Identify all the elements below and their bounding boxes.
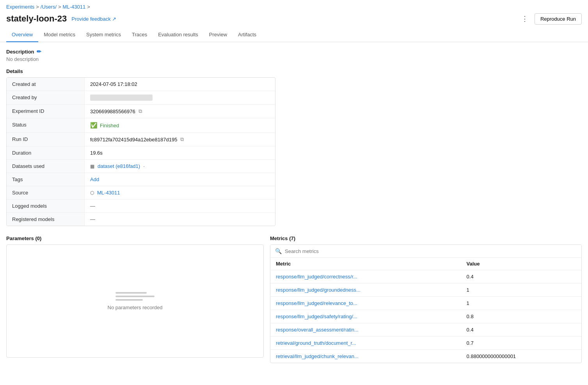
tab-preview[interactable]: Preview xyxy=(204,28,233,42)
header-actions: ⋮ Reproduce Run xyxy=(518,13,582,25)
detail-row-datasets: Datasets used ▦ dataset (e816fad1) · xyxy=(7,160,275,173)
copy-run-id-icon[interactable]: ⧉ xyxy=(180,136,184,143)
registered-models-dash: — xyxy=(90,216,95,222)
add-tag-link[interactable]: Add xyxy=(90,176,99,182)
detail-val-datasets: ▦ dataset (e816fad1) · xyxy=(85,160,275,173)
detail-val-registered-models: — xyxy=(85,213,275,226)
breadcrumb-users[interactable]: /Users/ xyxy=(41,4,57,10)
detail-val-created-at: 2024-07-05 17:18:02 xyxy=(85,78,275,91)
metric-name-cell[interactable]: retrieval/ground_truth/document_r... xyxy=(270,337,461,350)
tab-model-metrics[interactable]: Model metrics xyxy=(38,28,81,42)
metrics-search-bar: 🔍 xyxy=(270,245,581,258)
detail-val-duration: 19.6s xyxy=(85,146,275,159)
table-row: response/llm_judged/safety/rating/...0.8 xyxy=(270,310,581,323)
metric-name-cell[interactable]: response/llm_judged/groundedness... xyxy=(270,283,461,297)
tab-bar: Overview Model metrics System metrics Tr… xyxy=(0,28,588,42)
detail-row-experiment-id: Experiment ID 3206699885566976 ⧉ xyxy=(7,105,275,118)
feedback-link[interactable]: Provide feedback ↗ xyxy=(71,16,116,22)
detail-val-logged-models: — xyxy=(85,200,275,212)
more-options-button[interactable]: ⋮ xyxy=(518,13,531,25)
detail-val-created-by xyxy=(85,91,275,104)
status-check-icon: ✅ xyxy=(90,122,98,129)
external-link-icon: ↗ xyxy=(112,16,116,22)
status-finished: ✅ Finished xyxy=(90,122,119,129)
detail-key-duration: Duration xyxy=(7,146,85,159)
reproduce-run-button[interactable]: Reproduce Run xyxy=(535,13,582,25)
source-icon: ⬡ xyxy=(90,190,94,196)
metric-value-cell: 0.8 xyxy=(461,310,581,323)
status-label: Finished xyxy=(100,123,119,128)
detail-key-registered-models: Registered models xyxy=(7,213,85,226)
detail-key-status: Status xyxy=(7,118,85,132)
icon-line-3 xyxy=(115,299,143,301)
metric-name-cell[interactable]: response/overall_assessment/ratin... xyxy=(270,323,461,337)
overview-content: Description ✏ No description Details Cre… xyxy=(0,48,588,226)
no-params-icon xyxy=(115,292,155,301)
detail-key-logged-models: Logged models xyxy=(7,200,85,212)
col-header-metric: Metric xyxy=(270,258,461,270)
detail-val-experiment-id: 3206699885566976 ⧉ xyxy=(85,105,275,118)
icon-line-2 xyxy=(115,296,155,297)
table-row: response/overall_assessment/ratin...0.4 xyxy=(270,323,581,337)
metric-name-cell[interactable]: response/llm_judged/relevance_to... xyxy=(270,297,461,310)
metric-value-cell: 0.4 xyxy=(461,270,581,283)
table-row: retrieval/ground_truth/document_r...0.7 xyxy=(270,337,581,350)
title-area: stately-loon-23 Provide feedback ↗ xyxy=(6,14,116,24)
redacted-user xyxy=(90,94,153,101)
detail-val-run-id: fc89712fa702415d94a12ebe8187d195 ⧉ xyxy=(85,133,275,146)
metric-value-cell: 1 xyxy=(461,297,581,310)
details-table: Created at 2024-07-05 17:18:02 Created b… xyxy=(6,77,275,226)
breadcrumb-sep1: > xyxy=(36,4,39,10)
detail-key-created-at: Created at xyxy=(7,78,85,91)
table-row: response/llm_judged/correctness/r...0.4 xyxy=(270,270,581,283)
breadcrumb-sep2: > xyxy=(58,4,61,10)
detail-key-run-id: Run ID xyxy=(7,133,85,146)
detail-val-status: ✅ Finished xyxy=(85,118,275,132)
no-params-text: No parameters recorded xyxy=(108,305,163,310)
metrics-box: 🔍 Metric Value response/llm_judged/corre… xyxy=(270,244,582,363)
detail-key-datasets: Datasets used xyxy=(7,160,85,173)
detail-row-logged-models: Logged models — xyxy=(7,200,275,213)
parameters-section: Parameters (0) No parameters recorded xyxy=(6,235,264,363)
detail-row-tags: Tags Add xyxy=(7,173,275,186)
breadcrumb-sep3: > xyxy=(87,4,90,10)
page-header: stately-loon-23 Provide feedback ↗ ⋮ Rep… xyxy=(0,11,588,28)
metric-name-cell[interactable]: retrieval/llm_judged/chunk_relevan... xyxy=(270,350,461,363)
detail-val-tags: Add xyxy=(85,173,275,186)
icon-line-1 xyxy=(115,292,147,294)
description-section: Description ✏ xyxy=(6,48,582,55)
metric-name-cell[interactable]: response/llm_judged/correctness/r... xyxy=(270,270,461,283)
dataset-suffix: · xyxy=(143,163,145,169)
detail-row-status: Status ✅ Finished xyxy=(7,118,275,133)
breadcrumb-experiments[interactable]: Experiments xyxy=(6,4,34,10)
detail-row-created-at: Created at 2024-07-05 17:18:02 xyxy=(7,78,275,91)
copy-experiment-id-icon[interactable]: ⧉ xyxy=(139,108,142,114)
col-header-value: Value xyxy=(461,258,581,270)
experiment-id-value: 3206699885566976 xyxy=(90,109,135,114)
edit-description-icon[interactable]: ✏ xyxy=(37,48,41,55)
dataset-link[interactable]: dataset (e816fad1) xyxy=(98,163,140,169)
metrics-table: Metric Value response/llm_judged/correct… xyxy=(270,258,581,363)
tab-system-metrics[interactable]: System metrics xyxy=(81,28,126,42)
breadcrumb: Experiments > /Users/ > ML-43011 > xyxy=(0,0,588,11)
source-link[interactable]: ML-43011 xyxy=(97,190,120,196)
page-title: stately-loon-23 xyxy=(6,14,67,24)
tab-overview[interactable]: Overview xyxy=(6,28,38,42)
search-metrics-input[interactable] xyxy=(285,248,577,254)
tab-artifacts[interactable]: Artifacts xyxy=(233,28,262,42)
description-value: No description xyxy=(6,56,582,62)
tab-traces[interactable]: Traces xyxy=(126,28,153,42)
metric-value-cell: 0.7 xyxy=(461,337,581,350)
search-icon: 🔍 xyxy=(275,248,282,254)
detail-row-registered-models: Registered models — xyxy=(7,213,275,226)
metric-name-cell[interactable]: response/llm_judged/safety/rating/... xyxy=(270,310,461,323)
details-label: Details xyxy=(6,68,582,74)
dataset-icon: ▦ xyxy=(90,164,94,169)
run-id-value: fc89712fa702415d94a12ebe8187d195 xyxy=(90,137,177,143)
detail-row-created-by: Created by xyxy=(7,91,275,105)
tab-evaluation-results[interactable]: Evaluation results xyxy=(153,28,204,42)
description-label: Description xyxy=(6,49,34,55)
detail-row-source: Source ⬡ ML-43011 xyxy=(7,186,275,200)
breadcrumb-runid[interactable]: ML-43011 xyxy=(63,4,86,10)
detail-row-duration: Duration 19.6s xyxy=(7,146,275,160)
